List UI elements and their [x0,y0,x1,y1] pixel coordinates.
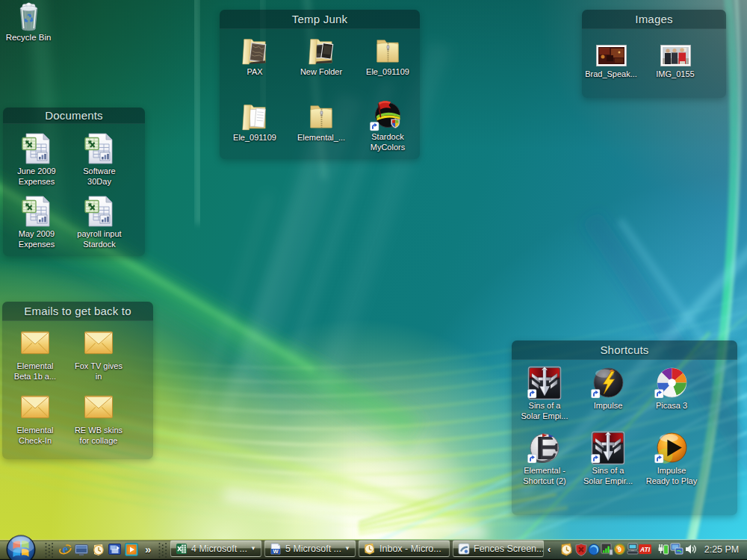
svg-text:9: 9 [618,546,622,553]
svg-text:ATI: ATI [639,546,651,553]
svg-text:W: W [273,548,279,555]
